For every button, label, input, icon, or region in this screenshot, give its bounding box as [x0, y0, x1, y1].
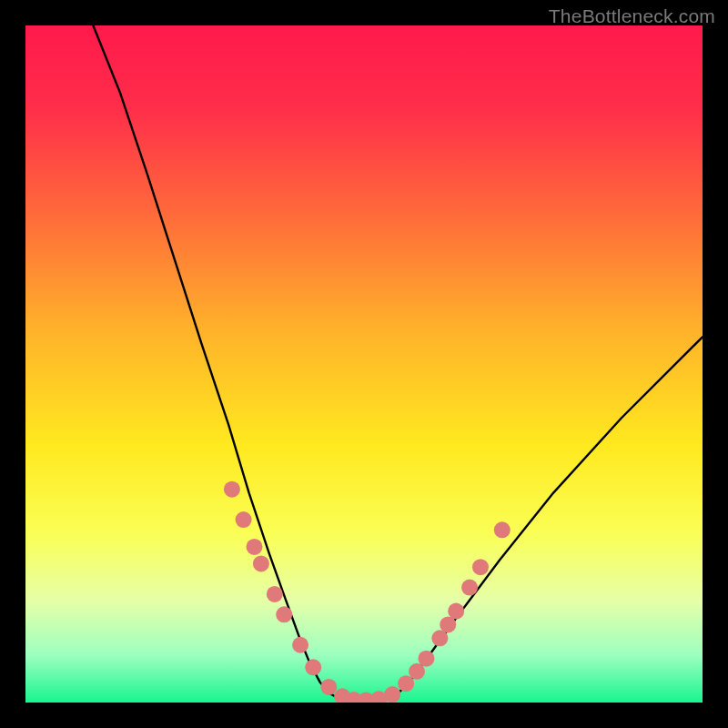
marker-dot [418, 651, 434, 667]
marker-dot [320, 679, 337, 695]
chart-svg [25, 25, 703, 703]
marker-dot [292, 637, 308, 653]
marker-dot [494, 521, 511, 538]
marker-dot [224, 481, 240, 498]
marker-dot [267, 586, 283, 602]
curve-right-curve [388, 337, 703, 699]
marker-dot [398, 675, 414, 692]
marker-dot [276, 606, 292, 622]
marker-dot [253, 555, 269, 571]
marker-dot [461, 580, 478, 596]
marker-dot [305, 659, 321, 675]
marker-dot [448, 603, 464, 620]
marker-dot [472, 559, 489, 575]
watermark-text: TheBottleneck.com [549, 5, 715, 27]
marker-dot [384, 686, 400, 703]
plot-area [25, 25, 703, 703]
curve-left-curve [93, 25, 340, 699]
chart-frame: TheBottleneck.com [0, 0, 728, 728]
marker-dot [246, 539, 262, 555]
marker-dot [236, 511, 252, 528]
